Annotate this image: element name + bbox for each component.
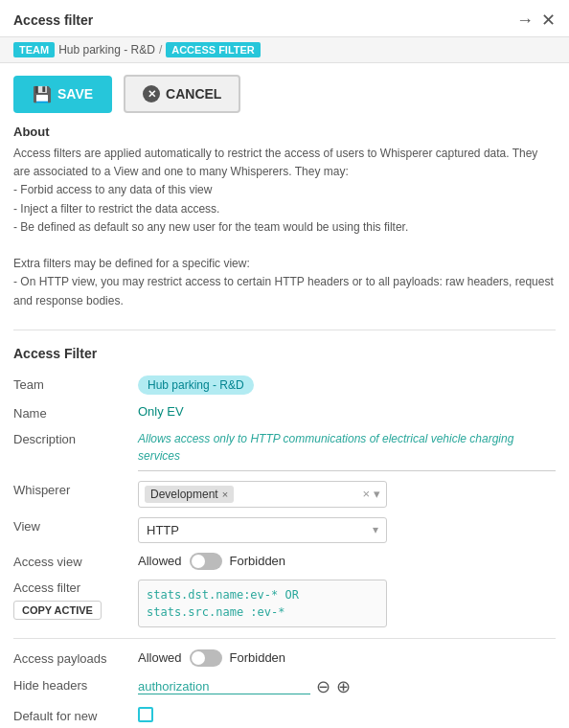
hide-headers-input[interactable] bbox=[138, 679, 310, 694]
save-icon: 💾 bbox=[33, 85, 52, 103]
about-text: Access filters are applied automatically… bbox=[0, 145, 569, 324]
whisperer-label: Whisperer bbox=[13, 481, 128, 497]
whisperer-remove-icon[interactable]: × bbox=[222, 489, 228, 500]
name-row: Name Only EV bbox=[0, 399, 569, 425]
access-filter-row: Access filter COPY ACTIVE stats.dst.name… bbox=[0, 575, 569, 632]
access-view-value: Allowed Forbidden bbox=[138, 553, 556, 570]
save-label: SAVE bbox=[57, 86, 93, 102]
access-view-toggle-row: Allowed Forbidden bbox=[138, 553, 556, 570]
hide-headers-label: Hide headers bbox=[13, 676, 128, 693]
pin-icon[interactable]: → bbox=[516, 11, 534, 31]
access-view-allowed-label: Allowed bbox=[138, 554, 182, 568]
access-payloads-toggle-knob bbox=[192, 651, 205, 665]
access-filter-section-title: Access Filter bbox=[0, 336, 569, 371]
access-view-forbidden-label: Forbidden bbox=[230, 554, 286, 568]
view-dropdown-icon: ▾ bbox=[373, 523, 378, 536]
close-icon[interactable]: ✕ bbox=[541, 10, 556, 31]
filter-code-display: stats.dst.name:ev-* OR stats.src.name :e… bbox=[138, 580, 387, 627]
description-row: Description Allows access only to HTTP c… bbox=[0, 425, 569, 476]
remove-header-icon[interactable]: ⊖ bbox=[316, 676, 330, 697]
name-value: Only EV bbox=[138, 404, 556, 419]
team-row: Team Hub parking - R&D bbox=[0, 371, 569, 399]
add-header-icon[interactable]: ⊕ bbox=[336, 676, 351, 697]
view-row: View HTTP ▾ bbox=[0, 512, 569, 548]
title-bar-right: → ✕ bbox=[516, 10, 556, 31]
title-bar: Access filter → ✕ bbox=[0, 0, 569, 37]
access-payloads-label: Access payloads bbox=[13, 649, 128, 666]
access-payloads-row: Access payloads Allowed Forbidden bbox=[0, 645, 569, 671]
name-label: Name bbox=[13, 404, 128, 421]
view-label: View bbox=[13, 517, 128, 534]
breadcrumb-hub: Hub parking - R&D bbox=[58, 43, 155, 57]
breadcrumb-current: ACCESS FILTER bbox=[166, 42, 261, 57]
hide-headers-input-row: ⊖ ⊕ bbox=[138, 676, 556, 697]
access-view-row: Access view Allowed Forbidden bbox=[0, 548, 569, 575]
whisperer-row: Whisperer Development × × ▾ bbox=[0, 476, 569, 512]
cancel-label: CANCEL bbox=[166, 86, 221, 102]
default-users-checkbox[interactable] bbox=[138, 707, 153, 722]
team-value: Hub parking - R&D bbox=[138, 375, 556, 395]
default-users-label: Default for new users bbox=[13, 707, 128, 728]
hide-headers-row: Hide headers ⊖ ⊕ bbox=[0, 671, 569, 702]
copy-active-button[interactable]: COPY ACTIVE bbox=[13, 601, 102, 620]
view-select-text: HTTP bbox=[147, 523, 179, 537]
view-select[interactable]: HTTP ▾ bbox=[138, 517, 387, 543]
hide-headers-value: ⊖ ⊕ bbox=[138, 676, 556, 697]
whisperer-multiselect[interactable]: Development × × ▾ bbox=[138, 481, 387, 508]
access-filter-code-area: stats.dst.name:ev-* OR stats.src.name :e… bbox=[138, 580, 556, 627]
multiselect-dropdown-icon[interactable]: ▾ bbox=[374, 487, 380, 501]
save-button[interactable]: 💾 SAVE bbox=[13, 76, 112, 113]
section-divider-2 bbox=[13, 638, 556, 639]
whisperer-value: Development × × ▾ bbox=[138, 481, 556, 508]
view-value: HTTP ▾ bbox=[138, 517, 556, 543]
cancel-button[interactable]: ✕ CANCEL bbox=[124, 75, 240, 113]
access-view-label: Access view bbox=[13, 553, 128, 569]
access-payloads-value: Allowed Forbidden bbox=[138, 649, 556, 667]
whisperer-tag-text: Development bbox=[150, 488, 218, 501]
section-divider bbox=[13, 330, 556, 330]
team-tag: Hub parking - R&D bbox=[138, 375, 254, 395]
default-users-row: Default for new users bbox=[0, 702, 569, 728]
cancel-x-icon: ✕ bbox=[143, 85, 160, 102]
breadcrumb-team: TEAM bbox=[13, 42, 55, 57]
access-view-toggle-knob bbox=[192, 555, 205, 568]
access-payloads-toggle-row: Allowed Forbidden bbox=[138, 649, 556, 667]
breadcrumb: TEAM Hub parking - R&D / ACCESS FILTER bbox=[0, 37, 569, 63]
description-label: Description bbox=[13, 430, 128, 446]
access-payloads-allowed-label: Allowed bbox=[138, 650, 182, 665]
about-section-title: About bbox=[0, 125, 569, 145]
title-bar-left: Access filter bbox=[13, 12, 93, 28]
access-filter-label: Access filter COPY ACTIVE bbox=[13, 580, 128, 620]
team-label: Team bbox=[13, 375, 128, 392]
multiselect-actions: × ▾ bbox=[362, 487, 380, 501]
multiselect-clear-icon[interactable]: × bbox=[362, 487, 370, 501]
access-view-toggle[interactable] bbox=[190, 553, 222, 570]
whisperer-tag: Development × bbox=[145, 486, 234, 503]
breadcrumb-separator: / bbox=[159, 43, 162, 57]
description-value: Allows access only to HTTP communication… bbox=[138, 430, 556, 471]
toolbar: 💾 SAVE ✕ CANCEL bbox=[0, 63, 569, 125]
default-users-value bbox=[138, 707, 556, 725]
window-title: Access filter bbox=[13, 12, 93, 28]
access-payloads-forbidden-label: Forbidden bbox=[230, 650, 286, 665]
access-payloads-toggle[interactable] bbox=[190, 649, 222, 667]
